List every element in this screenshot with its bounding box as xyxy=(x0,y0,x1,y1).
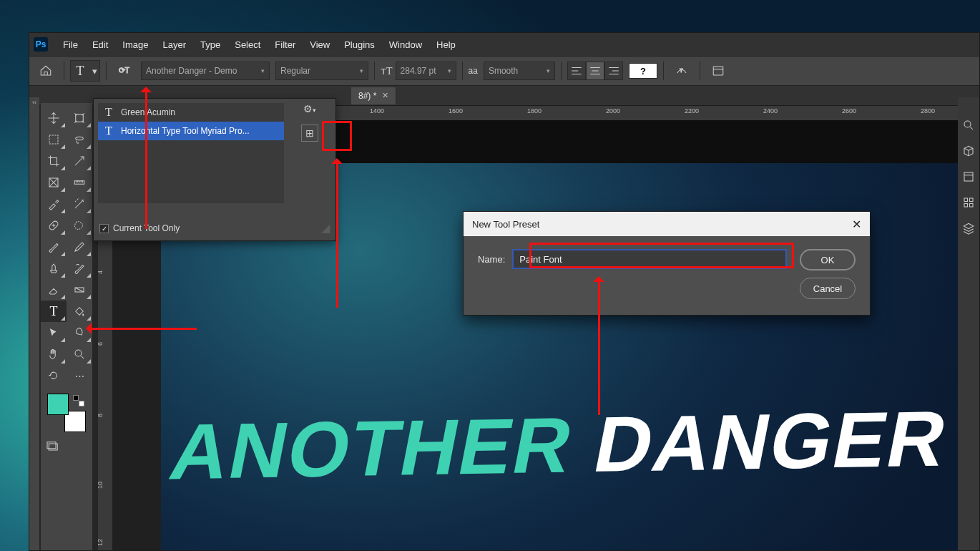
pencil-tool[interactable] xyxy=(67,236,92,258)
menu-window[interactable]: Window xyxy=(383,36,428,53)
new-preset-button[interactable]: ⊞ xyxy=(301,125,318,142)
font-size-value: 284.97 pt xyxy=(401,66,444,76)
tool-preset-list[interactable]: T Green Acumin T Horizontal Type Tool My… xyxy=(98,103,284,203)
panel-icon[interactable] xyxy=(962,170,975,183)
resize-grip-icon[interactable]: ◢ xyxy=(321,221,330,235)
chevron-down-icon: ▾ xyxy=(261,67,265,74)
panel-collapse-gutter[interactable]: ‹‹ xyxy=(29,97,39,550)
svg-rect-14 xyxy=(964,198,968,202)
gradient-tool[interactable] xyxy=(67,279,92,301)
home-icon[interactable] xyxy=(34,60,58,82)
dialog-titlebar[interactable]: New Tool Preset ✕ xyxy=(464,212,870,236)
ruler-tick: 8 xyxy=(97,414,104,417)
align-left-button[interactable] xyxy=(567,62,586,80)
font-size-icon: ᴛT xyxy=(381,65,393,77)
foreground-color-swatch[interactable] xyxy=(47,394,69,415)
tool-preset-label: Green Acumin xyxy=(121,107,175,117)
eraser-tool[interactable] xyxy=(41,279,67,301)
current-tool-only-checkbox[interactable]: ✓ Current Tool Only xyxy=(99,223,180,233)
path-select-tool[interactable] xyxy=(41,322,67,343)
text-color-swatch[interactable]: ? xyxy=(629,63,657,79)
svg-text:T: T xyxy=(680,67,683,74)
menu-layer[interactable]: Layer xyxy=(157,36,193,53)
document-tab[interactable]: 8#) * ✕ xyxy=(351,87,396,104)
crop-tool[interactable] xyxy=(41,150,67,172)
history-brush-tool[interactable] xyxy=(67,258,92,279)
ruler-tick: 1600 xyxy=(449,107,463,114)
search-icon[interactable] xyxy=(962,119,975,132)
edit-toolbar-button[interactable]: ⋯ xyxy=(67,365,92,386)
font-size-select[interactable]: 284.97 pt ▾ xyxy=(396,62,456,80)
tool-preset-item[interactable]: T Horizontal Type Tool Myriad Pro... xyxy=(98,122,284,140)
marquee-tool[interactable] xyxy=(41,129,67,150)
heal-tool[interactable] xyxy=(41,215,67,236)
cube-icon[interactable] xyxy=(962,145,975,157)
align-right-button[interactable] xyxy=(604,62,623,80)
antialias-select[interactable]: Smooth ▾ xyxy=(484,62,555,80)
move-tool[interactable] xyxy=(41,107,67,129)
paint-bucket-tool[interactable] xyxy=(67,301,92,322)
menu-plugins[interactable]: Plugins xyxy=(338,36,381,53)
hand-tool[interactable] xyxy=(41,343,67,365)
ok-button[interactable]: OK xyxy=(800,249,856,270)
chevron-down-icon: ▾ xyxy=(547,67,550,74)
zoom-tool[interactable] xyxy=(67,343,92,365)
menu-image[interactable]: Image xyxy=(116,36,155,53)
canvas-text-layer[interactable]: Another Danger xyxy=(163,393,956,497)
menu-type[interactable]: Type xyxy=(194,36,227,53)
layers-icon[interactable] xyxy=(962,222,975,235)
type-tool[interactable]: T xyxy=(41,301,67,322)
svg-text:⟳T: ⟳T xyxy=(119,66,130,74)
svg-rect-3 xyxy=(76,114,84,122)
type-tool-icon: T xyxy=(71,62,89,80)
text-align-group xyxy=(567,62,623,80)
chevron-down-icon: ▾ xyxy=(360,67,363,74)
right-panel-dock[interactable] xyxy=(958,97,979,550)
magic-wand-tool[interactable] xyxy=(67,193,92,215)
menu-filter[interactable]: Filter xyxy=(268,36,302,53)
preset-name-input[interactable] xyxy=(512,249,787,269)
warp-text-button[interactable]: T xyxy=(670,60,694,82)
gear-icon[interactable]: ⚙▾ xyxy=(303,103,316,114)
swap-colors-icon[interactable] xyxy=(73,395,84,406)
font-family-select[interactable]: Another Danger - Demo ▾ xyxy=(141,62,270,80)
menu-view[interactable]: View xyxy=(303,36,336,53)
slice-tool[interactable] xyxy=(67,150,92,172)
ruler-tool[interactable] xyxy=(67,172,92,193)
menu-file[interactable]: File xyxy=(57,36,84,53)
color-swatches[interactable] xyxy=(47,394,86,432)
chevron-down-icon: ▾ xyxy=(89,66,99,77)
close-icon[interactable]: ✕ xyxy=(852,218,861,231)
dialog-title-label: New Tool Preset xyxy=(472,219,539,230)
eyedropper-tool[interactable] xyxy=(41,193,67,215)
align-center-button[interactable] xyxy=(586,62,604,80)
menu-select[interactable]: Select xyxy=(228,36,267,53)
clone-stamp-tool[interactable] xyxy=(41,258,67,279)
rotate-view-tool[interactable] xyxy=(41,365,67,386)
menu-help[interactable]: Help xyxy=(430,36,462,53)
text-orientation-toggle[interactable]: ⟳T xyxy=(112,60,135,82)
checkbox-checked-icon: ✓ xyxy=(99,224,109,233)
cancel-button[interactable]: Cancel xyxy=(800,278,856,299)
ruler-tick: 6 xyxy=(97,342,104,346)
artboard-tool[interactable] xyxy=(67,107,92,129)
menu-edit[interactable]: Edit xyxy=(86,36,114,53)
color-swatch-label: ? xyxy=(640,66,646,77)
brush-tool[interactable] xyxy=(41,236,67,258)
close-icon[interactable]: ✕ xyxy=(382,91,388,100)
patch-tool[interactable] xyxy=(67,215,92,236)
font-family-value: Another Danger - Demo xyxy=(146,66,257,76)
swatches-icon[interactable] xyxy=(962,196,975,209)
font-style-select[interactable]: Regular ▾ xyxy=(275,62,368,80)
tool-preset-item[interactable]: T Green Acumin xyxy=(98,103,284,122)
tool-preset-dropdown[interactable]: T ▾ xyxy=(70,60,100,82)
screen-mode-button[interactable] xyxy=(45,439,92,454)
ruler-tick: 2600 xyxy=(842,107,856,114)
ruler-tick: 2800 xyxy=(921,107,935,114)
tool-preset-label: Horizontal Type Tool Myriad Pro... xyxy=(121,126,250,136)
character-panel-button[interactable] xyxy=(706,60,730,82)
canvas-text-part1: Another xyxy=(164,400,605,495)
shape-tool[interactable] xyxy=(67,322,92,343)
lasso-tool[interactable] xyxy=(67,129,92,150)
frame-tool[interactable] xyxy=(41,172,67,193)
